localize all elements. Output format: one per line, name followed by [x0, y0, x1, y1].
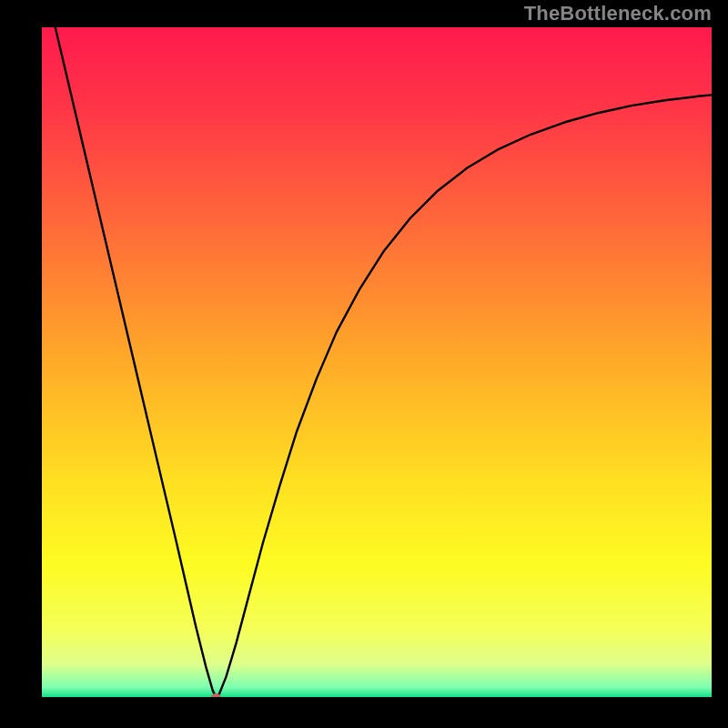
chart-frame: TheBottleneck.com — [0, 0, 728, 728]
plot-area — [42, 27, 712, 697]
bottleneck-chart — [42, 27, 712, 697]
watermark-text: TheBottleneck.com — [524, 2, 712, 25]
gradient-rect — [42, 27, 712, 697]
